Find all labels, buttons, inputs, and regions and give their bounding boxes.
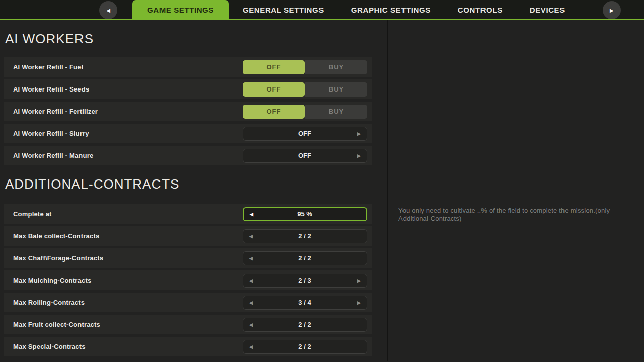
help-pane: You only need to cultivate ..% of the fi…: [388, 20, 644, 361]
stepper-value: 95 %: [297, 210, 312, 218]
left-arrow-icon: ◀: [106, 8, 110, 13]
row-ai-refill-fuel: AI Worker Refill - Fuel OFF BUY: [4, 57, 372, 77]
tab-general-settings[interactable]: GENERAL SETTINGS: [229, 0, 338, 19]
increase-arrow-icon[interactable]: ▶: [357, 278, 361, 283]
increase-arrow-icon[interactable]: ▶: [357, 153, 361, 158]
row-max-mulching: Max Mulching-Contracts ◀ 2 / 3 ▶: [4, 270, 372, 290]
value-stepper[interactable]: ◀ 2 / 3 ▶: [243, 274, 367, 288]
row-max-rolling: Max Rolling-Contracts ◀ 3 / 4 ▶: [4, 293, 372, 312]
setting-label: Max Bale collect-Contracts: [13, 232, 99, 240]
tab-devices[interactable]: DEVICES: [516, 0, 579, 19]
toggle-option-off[interactable]: OFF: [243, 105, 305, 119]
value-stepper[interactable]: ◀ OFF ▶: [243, 127, 367, 141]
row-max-bale-collect: Max Bale collect-Contracts ◀ 2 / 2 ▶: [4, 226, 372, 246]
additional-contracts-rows: Complete at ◀ 95 % ▶ Max Bale collect-Co…: [0, 204, 387, 356]
increase-arrow-icon[interactable]: ▶: [357, 300, 361, 305]
setting-label: Max Mulching-Contracts: [13, 277, 91, 284]
value-stepper-focused[interactable]: ◀ 95 % ▶: [243, 207, 367, 221]
toggle-option-off[interactable]: OFF: [243, 82, 305, 97]
row-ai-refill-slurry: AI Worker Refill - Slurry ◀ OFF ▶: [4, 124, 372, 143]
row-max-fruit-collect: Max Fruit collect-Contracts ◀ 2 / 2 ▶: [4, 315, 372, 334]
increase-arrow-icon[interactable]: ▶: [357, 131, 361, 136]
next-tab-button[interactable]: ▶: [603, 1, 621, 19]
value-stepper[interactable]: ◀ OFF ▶: [243, 149, 367, 163]
section-title-ai-workers: AI WORKERS: [5, 31, 387, 47]
row-ai-refill-seeds: AI Worker Refill - Seeds OFF BUY: [4, 79, 372, 99]
setting-label: Max Chaff\Forage-Contracts: [13, 254, 103, 262]
stepper-value: 2 / 3: [298, 277, 311, 284]
ai-workers-rows: AI Worker Refill - Fuel OFF BUY AI Worke…: [0, 57, 387, 165]
off-buy-toggle: OFF BUY: [243, 105, 367, 119]
stepper-value: 2 / 2: [298, 232, 311, 240]
setting-label: AI Worker Refill - Fuel: [13, 63, 83, 71]
decrease-arrow-icon[interactable]: ◀: [249, 300, 253, 305]
row-ai-refill-fertilizer: AI Worker Refill - Fertilizer OFF BUY: [4, 102, 372, 121]
setting-label: AI Worker Refill - Manure: [13, 152, 93, 159]
setting-label: Max Fruit collect-Contracts: [13, 321, 100, 328]
toggle-option-buy[interactable]: BUY: [305, 82, 367, 97]
row-max-chaff-forage: Max Chaff\Forage-Contracts ◀ 2 / 2 ▶: [4, 248, 372, 268]
row-max-special: Max Special-Contracts ◀ 2 / 2 ▶: [4, 337, 372, 356]
value-stepper[interactable]: ◀ 3 / 4 ▶: [243, 296, 367, 310]
stepper-value: 2 / 2: [298, 343, 311, 350]
stepper-value: 2 / 2: [298, 254, 311, 262]
setting-label: AI Worker Refill - Seeds: [13, 85, 89, 93]
tab-game-settings[interactable]: GAME SETTINGS: [132, 0, 229, 19]
stepper-value: OFF: [298, 130, 311, 137]
tab-graphic-settings[interactable]: GRAPHIC SETTINGS: [338, 0, 444, 19]
right-arrow-icon: ▶: [610, 8, 614, 13]
setting-label: Max Rolling-Contracts: [13, 299, 85, 306]
value-stepper[interactable]: ◀ 2 / 2 ▶: [243, 340, 367, 354]
setting-help-text: You only need to cultivate ..% of the fi…: [398, 207, 639, 223]
setting-label: Max Special-Contracts: [13, 343, 86, 350]
toggle-option-buy[interactable]: BUY: [305, 60, 367, 74]
decrease-arrow-icon[interactable]: ◀: [249, 278, 253, 283]
settings-tab-bar: ◀ GAME SETTINGS GENERAL SETTINGS GRAPHIC…: [0, 0, 644, 20]
value-stepper[interactable]: ◀ 2 / 2 ▶: [243, 251, 367, 265]
row-complete-at: Complete at ◀ 95 % ▶: [4, 204, 372, 224]
value-stepper[interactable]: ◀ 2 / 2 ▶: [243, 318, 367, 332]
decrease-arrow-icon[interactable]: ◀: [249, 256, 253, 261]
setting-label: AI Worker Refill - Slurry: [13, 130, 89, 137]
decrease-arrow-icon[interactable]: ◀: [250, 212, 253, 217]
toggle-option-buy[interactable]: BUY: [305, 105, 367, 119]
stepper-value: 2 / 2: [298, 321, 311, 328]
off-buy-toggle: OFF BUY: [243, 82, 367, 97]
value-stepper[interactable]: ◀ 2 / 2 ▶: [243, 229, 367, 243]
setting-label: AI Worker Refill - Fertilizer: [13, 108, 98, 115]
prev-tab-button[interactable]: ◀: [99, 1, 117, 19]
setting-label: Complete at: [13, 210, 52, 218]
stepper-value: OFF: [298, 152, 311, 159]
decrease-arrow-icon[interactable]: ◀: [249, 322, 253, 327]
decrease-arrow-icon[interactable]: ◀: [249, 234, 253, 239]
section-title-additional-contracts: ADDITIONAL-CONTRACTS: [5, 176, 387, 192]
toggle-option-off[interactable]: OFF: [243, 60, 305, 74]
decrease-arrow-icon[interactable]: ◀: [249, 344, 253, 349]
settings-content: AI WORKERS AI Worker Refill - Fuel OFF B…: [0, 20, 644, 361]
stepper-value: 3 / 4: [298, 299, 311, 306]
off-buy-toggle: OFF BUY: [243, 60, 367, 74]
settings-list-pane: AI WORKERS AI Worker Refill - Fuel OFF B…: [0, 20, 388, 361]
tab-controls[interactable]: CONTROLS: [444, 0, 516, 19]
row-ai-refill-manure: AI Worker Refill - Manure ◀ OFF ▶: [4, 146, 372, 165]
